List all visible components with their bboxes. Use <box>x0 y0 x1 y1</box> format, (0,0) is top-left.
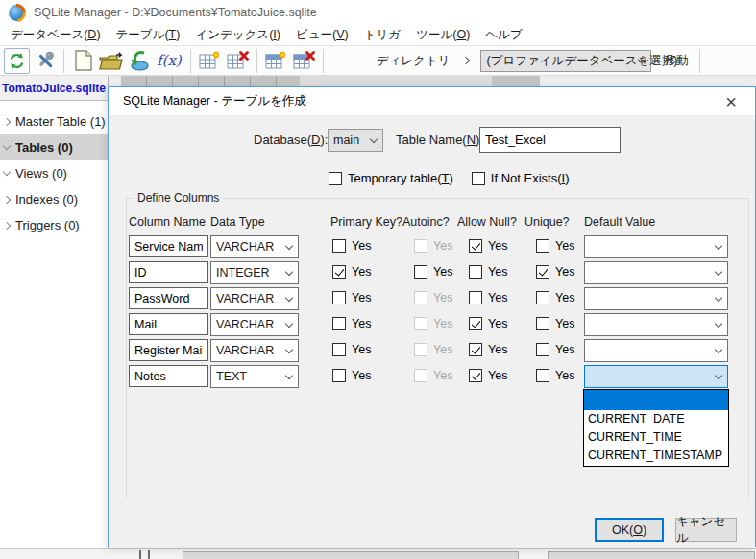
chevron-down-icon[interactable] <box>3 168 11 176</box>
default-value-select[interactable] <box>584 287 728 310</box>
unique-checkbox[interactable]: Yes <box>536 265 574 279</box>
temporary-table-label: Temporary table(T) <box>348 171 453 185</box>
drop-table-icon[interactable] <box>225 48 251 74</box>
temporary-table-checkbox[interactable]: Temporary table(T) <box>329 171 453 185</box>
unique-checkbox[interactable]: Yes <box>536 291 574 304</box>
menu-item-table[interactable]: テーブル(T) <box>109 25 188 45</box>
chevron-right-icon[interactable] <box>3 221 11 229</box>
database-label: Database(D): <box>254 133 328 147</box>
tree-item-views[interactable]: Views (0) <box>0 160 108 186</box>
new-database-icon[interactable] <box>70 48 96 74</box>
checkbox-icon <box>329 172 342 185</box>
tree-item-master-table[interactable]: Master Table (1) <box>0 109 108 134</box>
checkbox-icon <box>414 265 427 279</box>
column-name-input[interactable] <box>129 365 208 387</box>
if-not-exists-checkbox[interactable]: If Not Exists(I) <box>472 171 570 185</box>
refresh-icon[interactable] <box>4 48 30 74</box>
menu-item-trigger[interactable]: トリガ <box>356 25 408 45</box>
add-view-icon[interactable] <box>263 48 289 74</box>
drop-view-icon[interactable] <box>291 48 317 74</box>
fx-icon[interactable]: f(x) <box>154 48 184 74</box>
default-value-select[interactable] <box>584 339 728 362</box>
checkbox-icon <box>536 291 549 304</box>
profile-database-select[interactable]: (プロファイルデータベースを選択) <box>480 50 651 72</box>
data-type-select[interactable]: VARCHAR <box>210 313 299 336</box>
allow-null-checkbox[interactable]: Yes <box>469 343 507 356</box>
data-type-select[interactable]: TEXT <box>210 365 299 388</box>
autoincrement-checkbox[interactable]: Yes <box>414 343 452 356</box>
data-type-select[interactable]: VARCHAR <box>210 287 299 310</box>
unique-checkbox[interactable]: Yes <box>536 343 574 356</box>
allow-null-checkbox[interactable]: Yes <box>469 369 507 382</box>
close-icon[interactable]: × <box>719 89 744 114</box>
allow-null-checkbox[interactable]: Yes <box>469 265 507 279</box>
default-value-select[interactable] <box>584 235 728 258</box>
import-icon[interactable] <box>126 48 152 74</box>
tree-item-indexes[interactable]: Indexes (0) <box>0 186 108 212</box>
primary-key-checkbox[interactable]: Yes <box>332 265 371 279</box>
menu-item-view[interactable]: ビュー(V) <box>288 25 356 45</box>
data-type-value: VARCHAR <box>216 292 274 305</box>
toolbar-separator <box>63 49 64 73</box>
chevron-right-icon[interactable] <box>3 117 11 125</box>
database-tab[interactable]: TomatoJuice.sqlite <box>0 76 108 100</box>
toolbar-separator <box>699 49 700 73</box>
profile-database-value: (プロファイルデータベースを選択) <box>486 53 677 69</box>
data-type-select[interactable]: INTEGER <box>210 261 299 284</box>
checkbox-icon <box>536 239 549 253</box>
column-name-input[interactable] <box>129 235 208 257</box>
allow-null-checkbox[interactable]: Yes <box>469 291 507 304</box>
column-name-input[interactable] <box>129 313 208 335</box>
table-name-input[interactable] <box>479 127 621 153</box>
dropdown-option-current_time[interactable]: CURRENT_TIME <box>584 428 728 447</box>
default-value-select[interactable] <box>584 313 728 336</box>
unique-checkbox[interactable]: Yes <box>536 317 574 330</box>
checkbox-icon <box>536 369 549 382</box>
primary-key-checkbox[interactable]: Yes <box>332 343 371 356</box>
unique-checkbox[interactable]: Yes <box>536 239 574 253</box>
data-type-value: TEXT <box>216 370 247 383</box>
menu-item-help[interactable]: ヘルプ <box>477 25 529 45</box>
sidebar-tabstrip: TomatoJuice.sqlite <box>0 76 108 101</box>
dropdown-option-empty[interactable] <box>584 390 728 410</box>
tree-item-tables[interactable]: Tables (0) <box>0 134 108 160</box>
open-database-icon[interactable] <box>98 48 124 74</box>
dropdown-option-current_date[interactable]: CURRENT_DATE <box>584 410 728 428</box>
menu-item-tools[interactable]: ツール(O) <box>408 25 477 45</box>
window-title: SQLite Manager - D:¥Documents¥TomatoJuic… <box>34 6 317 19</box>
database-select[interactable]: main <box>328 129 383 152</box>
autoincrement-checkbox[interactable]: Yes <box>414 265 452 279</box>
allow-null-checkbox[interactable]: Yes <box>469 239 507 253</box>
autoincrement-checkbox[interactable]: Yes <box>414 239 452 253</box>
unique-checkbox[interactable]: Yes <box>536 369 574 382</box>
chevron-down-icon[interactable] <box>3 142 11 150</box>
tools-icon[interactable] <box>32 48 58 74</box>
data-type-select[interactable]: VARCHAR <box>210 235 299 258</box>
column-rows: VARCHAR Yes Yes Yes Yes INTEGER Yes Ye <box>127 235 748 391</box>
title-bar: SQLite Manager - D:¥Documents¥TomatoJuic… <box>0 0 756 25</box>
ok-button[interactable]: OK(O) <box>595 518 664 542</box>
column-name-input[interactable] <box>129 339 208 361</box>
allow-null-checkbox[interactable]: Yes <box>469 317 507 330</box>
autoincrement-checkbox[interactable]: Yes <box>414 317 452 330</box>
primary-key-checkbox[interactable]: Yes <box>332 291 371 304</box>
menu-item-index[interactable]: インデックス(I) <box>187 25 288 45</box>
autoincrement-checkbox[interactable]: Yes <box>414 291 452 304</box>
add-table-icon[interactable] <box>197 48 223 74</box>
default-value-select[interactable] <box>584 261 728 284</box>
autoincrement-checkbox[interactable]: Yes <box>414 369 452 382</box>
default-value-select[interactable] <box>584 365 728 388</box>
data-type-select[interactable]: VARCHAR <box>210 339 299 362</box>
primary-key-checkbox[interactable]: Yes <box>332 239 371 253</box>
primary-key-checkbox[interactable]: Yes <box>332 317 371 330</box>
firefox-app-icon <box>9 5 25 21</box>
dropdown-option-current_timestamp[interactable]: CURRENT_TIMESTAMP <box>584 447 728 465</box>
column-name-input[interactable] <box>129 261 208 283</box>
tree-item-triggers[interactable]: Triggers (0) <box>0 212 108 238</box>
cancel-button[interactable]: キャンセル <box>675 518 737 542</box>
column-header-default-value: Default Value <box>584 215 655 229</box>
chevron-right-icon[interactable] <box>3 195 11 203</box>
menu-item-database[interactable]: データベース(D) <box>3 25 109 45</box>
column-name-input[interactable] <box>129 287 208 309</box>
primary-key-checkbox[interactable]: Yes <box>332 369 371 382</box>
